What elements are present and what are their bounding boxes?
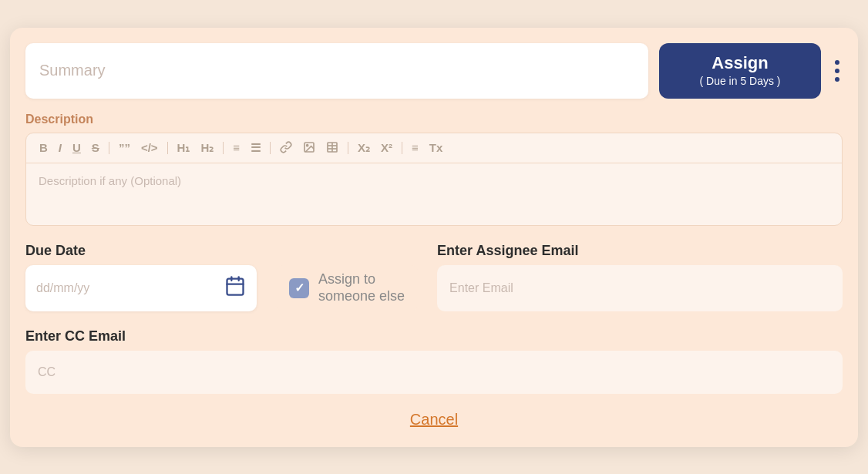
dots-menu-button[interactable]: [832, 54, 843, 88]
link-icon: [280, 141, 292, 153]
due-date-label: Due Date: [25, 243, 257, 259]
dot-1: [835, 60, 839, 65]
date-input[interactable]: [36, 281, 217, 295]
toolbar-image[interactable]: [299, 140, 319, 156]
toolbar-ordered-list[interactable]: ≡: [229, 140, 244, 155]
toolbar-sep-2: [167, 142, 168, 154]
dot-2: [835, 69, 839, 73]
fields-row: Due Date ✓ Assign tosomeone else: [25, 243, 843, 311]
dot-3: [835, 77, 839, 82]
assign-to-label: Assign tosomeone else: [318, 271, 405, 304]
assign-to-someone-group[interactable]: ✓ Assign tosomeone else: [275, 265, 419, 311]
description-label: Description: [25, 113, 843, 126]
toolbar-italic[interactable]: I: [55, 140, 66, 155]
table-icon: [326, 141, 338, 153]
toolbar-sep-4: [270, 142, 271, 154]
toolbar-bold[interactable]: B: [35, 140, 52, 155]
top-row: Assign ( Due in 5 Days ): [25, 43, 843, 99]
summary-input[interactable]: [25, 43, 648, 99]
image-icon: [303, 141, 315, 153]
date-input-wrap[interactable]: [25, 265, 257, 311]
cc-email-label: Enter CC Email: [25, 328, 843, 345]
assign-btn-label: Assign: [712, 53, 768, 73]
task-modal: Assign ( Due in 5 Days ) Description B I…: [10, 28, 858, 447]
description-toolbar: B I U S ”” </> H₁ H₂ ≡ ☰ X₂ X²: [26, 133, 842, 163]
toolbar-h1[interactable]: H₁: [173, 140, 194, 155]
assignee-email-group: Enter Assignee Email: [437, 243, 843, 311]
toolbar-subscript[interactable]: X₂: [354, 140, 374, 155]
toolbar-underline[interactable]: U: [69, 140, 85, 155]
toolbar-code[interactable]: </>: [137, 140, 162, 155]
checkmark-icon: ✓: [294, 281, 304, 295]
toolbar-clear-format[interactable]: Tx: [426, 140, 447, 155]
assign-to-checkbox[interactable]: ✓: [289, 278, 309, 298]
toolbar-sep-6: [402, 142, 402, 154]
toolbar-link[interactable]: [276, 140, 296, 156]
cc-email-input[interactable]: [25, 351, 843, 394]
assignee-email-label: Enter Assignee Email: [437, 243, 843, 259]
assignee-email-input[interactable]: [437, 265, 843, 311]
assign-button[interactable]: Assign ( Due in 5 Days ): [659, 43, 821, 99]
toolbar-sep-3: [223, 142, 224, 154]
calendar-icon: [224, 275, 246, 301]
toolbar-superscript[interactable]: X²: [377, 140, 396, 155]
toolbar-h2[interactable]: H₂: [197, 140, 217, 155]
toolbar-strikethrough[interactable]: S: [88, 140, 103, 155]
cancel-button[interactable]: Cancel: [410, 411, 458, 429]
toolbar-unordered-list[interactable]: ☰: [247, 140, 264, 155]
modal-footer: Cancel: [25, 411, 843, 429]
due-date-group: Due Date: [25, 243, 257, 311]
svg-rect-6: [227, 278, 244, 294]
svg-point-1: [307, 144, 308, 146]
assign-btn-due: ( Due in 5 Days ): [699, 75, 780, 88]
toolbar-align[interactable]: ≡: [408, 140, 422, 155]
toolbar-table[interactable]: [322, 140, 342, 156]
description-placeholder[interactable]: Description if any (Optional): [26, 163, 842, 225]
toolbar-sep-5: [348, 142, 348, 154]
toolbar-blockquote[interactable]: ””: [115, 140, 134, 155]
cc-email-group: Enter CC Email: [25, 328, 843, 394]
toolbar-sep-1: [109, 142, 109, 154]
description-area: B I U S ”” </> H₁ H₂ ≡ ☰ X₂ X²: [25, 133, 843, 226]
